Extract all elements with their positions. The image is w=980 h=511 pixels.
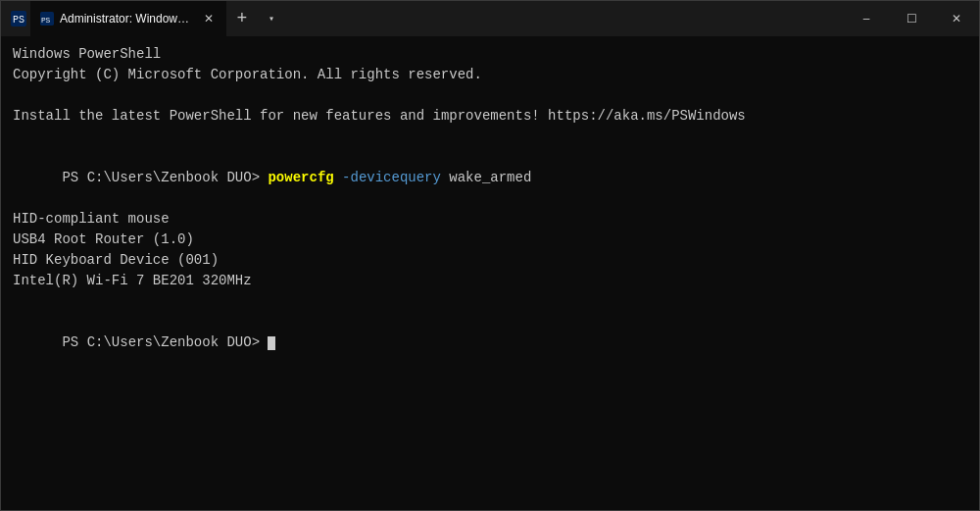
line3-prefix: Install the latest PowerShell for new [13,108,325,124]
output-line-2: Copyright (C) Microsoft Corporation. All… [13,65,967,85]
tab-ps-icon: PS [40,12,54,26]
line3-rest: improvements! https://aka.ms/PSWindows [433,108,746,124]
output-line-3: Install the latest PowerShell for new fe… [13,106,967,127]
svg-text:PS: PS [41,16,51,25]
line3-features: features [325,108,391,124]
empty-line-1 [13,85,967,106]
prompt-1: PS C:\Users\Zenbook DUO> [62,170,268,185]
chevron-down-icon: ▾ [269,13,274,25]
cursor [268,336,275,350]
window-controls: – ☐ ✕ [844,1,979,36]
svg-text:PS: PS [13,15,24,26]
titlebar: PS PS Administrator: Windows Powe ✕ + ▾ … [1,1,979,36]
tab-label: Administrator: Windows Powe [60,12,195,26]
new-tab-button[interactable]: + [226,3,258,34]
prompt-2: PS C:\Users\Zenbook DUO> [62,334,268,350]
output-device-3: HID Keyboard Device (001) [13,250,967,271]
cmd-arg: wake_armed [441,170,531,185]
cmd-powercfg: powercfg [268,170,333,185]
plus-icon: + [237,9,248,28]
terminal-window: PS PS Administrator: Windows Powe ✕ + ▾ … [0,0,980,511]
output-device-1: HID-compliant mouse [13,209,967,230]
tabs-area: PS Administrator: Windows Powe ✕ + ▾ [30,1,844,36]
close-button[interactable]: ✕ [934,1,979,36]
output-line-1: Windows PowerShell [13,44,967,65]
maximize-icon: ☐ [906,12,917,26]
output-device-2: USB4 Root Router (1.0) [13,230,967,250]
powershell-icon: PS [11,11,26,26]
minimize-button[interactable]: – [844,1,889,36]
prompt-line-2: PS C:\Users\Zenbook DUO> [13,312,967,374]
cmd-flag: -devicequery [334,170,441,185]
empty-line-3 [13,291,967,312]
command-line: PS C:\Users\Zenbook DUO> powercfg -devic… [13,147,967,209]
terminal-body[interactable]: Windows PowerShell Copyright (C) Microso… [1,36,979,510]
output-device-4: Intel(R) Wi-Fi 7 BE201 320MHz [13,271,967,291]
minimize-icon: – [863,12,870,26]
maximize-button[interactable]: ☐ [889,1,934,36]
tab-dropdown-button[interactable]: ▾ [258,5,285,32]
empty-line-2 [13,127,967,147]
tab-close-button[interactable]: ✕ [201,11,217,26]
close-icon: ✕ [952,12,961,26]
active-tab[interactable]: PS Administrator: Windows Powe ✕ [30,1,226,36]
line3-and: and [391,108,432,124]
